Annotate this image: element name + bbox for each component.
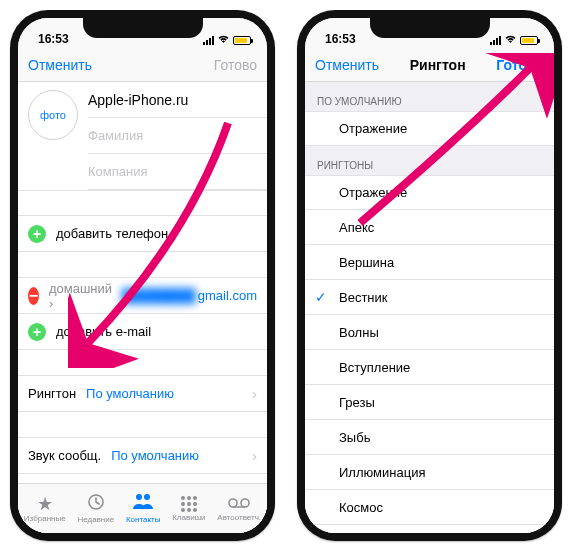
email-domain: gmail.com [198,288,257,303]
nav-bar: Отменить Готово [18,48,267,82]
ringtone-row[interactable]: ✓Вестник [305,280,554,315]
texttone-value: По умолчанию [111,448,199,463]
add-photo-button[interactable]: фото [28,90,78,140]
last-name-placeholder: Фамилия [88,128,143,143]
ringtone-label: Апекс [339,220,374,235]
ringtone-row[interactable]: Рингтон По умолчанию › [18,376,267,412]
cancel-button[interactable]: Отменить [315,57,379,73]
tab-favorites[interactable]: ★ Избранные [24,495,66,523]
texttone-label: Звук сообщ. [28,448,101,463]
wifi-icon [504,34,517,46]
nav-title: Рингтон [410,57,466,73]
email-value-hidden: ████████ [122,288,196,303]
ringtone-label: Вестник [339,290,387,305]
done-button[interactable]: Готово [496,57,544,73]
tab-voicemail[interactable]: Автоответч. [217,496,261,522]
add-email-label: добавить e-mail [56,324,151,339]
add-phone-row[interactable]: + добавить телефон [18,216,267,252]
add-photo-label: фото [40,109,66,121]
cell-signal-icon [490,36,501,45]
screen-right: 16:53 Отменить Рингтон Готово ПО УМОЛЧАН… [305,18,554,533]
voicemail-icon [228,496,250,512]
clock-icon [87,493,105,514]
tab-label: Недавние [77,515,114,524]
ringtone-label: Зыбь [339,430,370,445]
cancel-button[interactable]: Отменить [28,57,92,73]
first-name-field[interactable]: Apple-iPhone.ru [88,82,267,118]
device-left: 16:53 Отменить Готово фото Apple-iPho [10,10,275,541]
screen-left: 16:53 Отменить Готово фото Apple-iPho [18,18,267,533]
ringtone-row[interactable]: Кристаллы [305,525,554,533]
default-ringtone-label: Отражение [339,121,407,136]
add-email-row[interactable]: + добавить e-mail [18,314,267,350]
svg-point-1 [229,499,237,507]
ringtone-row[interactable]: Волны [305,315,554,350]
chevron-right-icon: › [252,447,257,464]
cell-signal-icon [203,36,214,45]
contact-edit-form: фото Apple-iPhone.ru Фамилия Компания + [18,82,267,533]
email-row[interactable]: − домашний › ████████ gmail.com [18,278,267,314]
ringtone-label: Вершина [339,255,394,270]
company-field[interactable]: Компания [88,154,267,190]
ringtone-label: Иллюминация [339,465,425,480]
nav-bar: Отменить Рингтон Готово [305,48,554,82]
section-ringtones-header: РИНГТОНЫ [305,146,554,175]
tab-keypad[interactable]: Клавиши [172,496,205,522]
ringtone-row[interactable]: Грезы [305,385,554,420]
tab-recents[interactable]: Недавние [77,493,114,524]
ringtone-row[interactable]: Зыбь [305,420,554,455]
ringtone-row[interactable]: Апекс [305,210,554,245]
minus-icon: − [28,287,39,305]
checkmark-icon: ✓ [315,289,327,305]
notch [370,18,490,38]
ringtone-label: Волны [339,325,379,340]
ringtone-label: Грезы [339,395,375,410]
tab-label: Автоответч. [217,513,261,522]
last-name-field[interactable]: Фамилия [88,118,267,154]
ringtone-row[interactable]: Космос [305,490,554,525]
texttone-row[interactable]: Звук сообщ. По умолчанию › [18,438,267,474]
battery-icon [520,36,538,45]
ringtone-row[interactable]: Иллюминация [305,455,554,490]
plus-icon: + [28,225,46,243]
section-default-header: ПО УМОЛЧАНИЮ [305,82,554,111]
ringtone-label: Вступление [339,360,410,375]
wifi-icon [217,34,230,46]
status-time: 16:53 [38,32,69,46]
tab-contacts[interactable]: Контакты [126,493,161,524]
ringtone-row[interactable]: Вершина [305,245,554,280]
add-phone-label: добавить телефон [56,226,168,241]
tab-label: Контакты [126,515,161,524]
ringtone-row[interactable]: Вступление [305,350,554,385]
star-icon: ★ [37,495,53,513]
status-indicators [203,34,251,46]
notch [83,18,203,38]
svg-point-2 [241,499,249,507]
ringtone-label: Рингтон [28,386,76,401]
tab-bar: ★ Избранные Недавние Контакты Клавиши [18,483,267,533]
keypad-icon [181,496,197,512]
done-button[interactable]: Готово [214,57,257,73]
default-ringtone-row[interactable]: Отражение [305,111,554,146]
ringtone-row[interactable]: Отражение [305,175,554,210]
contacts-icon [132,493,154,514]
first-name-value: Apple-iPhone.ru [88,92,188,108]
tab-label: Избранные [24,514,66,523]
company-placeholder: Компания [88,164,148,179]
ringtone-value: По умолчанию [86,386,174,401]
email-type[interactable]: домашний › [49,281,112,311]
battery-icon [233,36,251,45]
plus-icon: + [28,323,46,341]
ringtone-list: ПО УМОЛЧАНИЮ Отражение РИНГТОНЫ Отражени… [305,82,554,533]
device-right: 16:53 Отменить Рингтон Готово ПО УМОЛЧАН… [297,10,562,541]
status-indicators [490,34,538,46]
status-time: 16:53 [325,32,356,46]
tab-label: Клавиши [172,513,205,522]
ringtone-label: Отражение [339,185,407,200]
chevron-right-icon: › [252,385,257,402]
ringtone-label: Космос [339,500,383,515]
